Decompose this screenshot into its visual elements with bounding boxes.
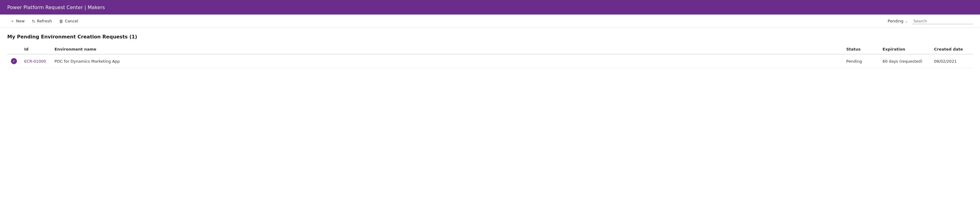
refresh-button[interactable]: ↻ Refresh xyxy=(29,17,55,25)
row-id-cell: ECR-01000 xyxy=(21,54,51,68)
toolbar-filters: Pending ⌵ xyxy=(888,18,973,24)
table-container: Id Environment name Status Expiration Cr… xyxy=(0,45,980,68)
section-title: My Pending Environment Creation Requests… xyxy=(0,28,980,45)
toolbar: ＋ New ↻ Refresh 🗑 Cancel Pending ⌵ xyxy=(0,14,980,28)
selected-icon: ✓ xyxy=(11,58,17,64)
col-header-env-name: Environment name xyxy=(51,45,843,54)
search-container xyxy=(912,18,973,24)
new-button[interactable]: ＋ New xyxy=(7,17,27,25)
col-header-selector xyxy=(7,45,21,54)
app-header: Power Platform Request Center | Makers xyxy=(0,0,980,14)
refresh-button-label: Refresh xyxy=(37,19,52,23)
row-env-name-cell: POC for Dynamics Marketing App xyxy=(51,54,843,68)
plus-icon: ＋ xyxy=(10,19,14,24)
col-header-expiration: Expiration xyxy=(879,45,931,54)
app-title: Power Platform Request Center | Makers xyxy=(7,5,105,10)
refresh-icon: ↻ xyxy=(32,19,35,24)
row-status-cell: Pending xyxy=(843,54,879,68)
row-id-link[interactable]: ECR-01000 xyxy=(24,59,46,64)
cancel-button-label: Cancel xyxy=(65,19,78,23)
new-button-label: New xyxy=(16,19,24,23)
status-filter-dropdown[interactable]: Pending ⌵ xyxy=(888,19,907,23)
requests-table: Id Environment name Status Expiration Cr… xyxy=(7,45,973,68)
row-expiration-cell: 60 days (requested) xyxy=(879,54,931,68)
toolbar-actions: ＋ New ↻ Refresh 🗑 Cancel xyxy=(7,17,888,25)
status-filter-label: Pending xyxy=(888,19,904,23)
col-header-status: Status xyxy=(843,45,879,54)
chevron-down-icon: ⌵ xyxy=(905,19,907,23)
search-input[interactable] xyxy=(913,19,962,23)
row-selector-cell[interactable]: ✓ xyxy=(7,54,21,68)
cancel-button[interactable]: 🗑 Cancel xyxy=(56,17,81,25)
col-header-created-date: Created date xyxy=(931,45,973,54)
table-header-row: Id Environment name Status Expiration Cr… xyxy=(7,45,973,54)
col-header-id: Id xyxy=(21,45,51,54)
row-created-date-cell: 08/02/2021 xyxy=(931,54,973,68)
table-row[interactable]: ✓ECR-01000POC for Dynamics Marketing App… xyxy=(7,54,973,68)
trash-icon: 🗑 xyxy=(59,19,63,24)
